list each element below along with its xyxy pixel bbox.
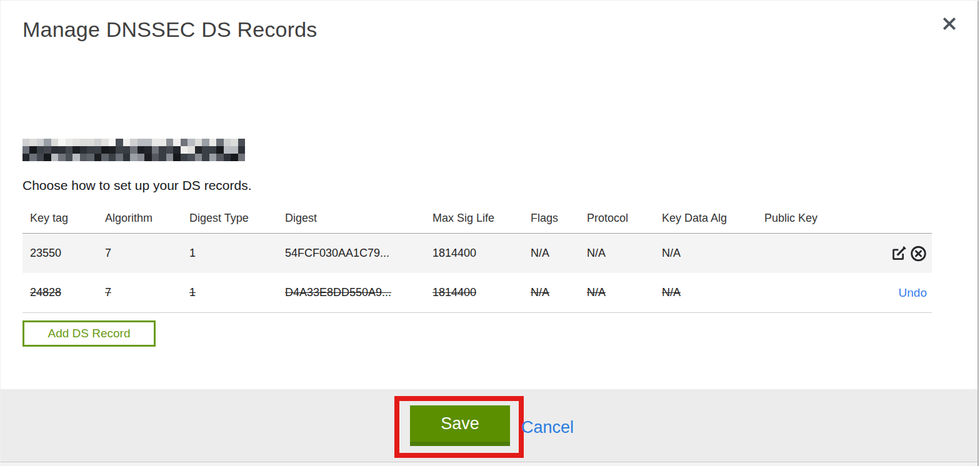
redaction-pixel [116,139,122,146]
window-right-border [978,1,979,466]
redaction-pixel [188,154,194,161]
redaction-pixel [44,139,51,146]
redaction-pixel [109,146,116,154]
redaction-pixel [195,139,202,146]
close-button[interactable] [939,13,960,34]
header-algorithm: Algorithm [98,212,182,225]
redaction-pixel [173,154,180,161]
header-public-key: Public Key [757,212,859,225]
redaction-pixel [58,146,65,154]
redaction-pixel [101,139,108,146]
delete-record-button[interactable] [910,245,927,262]
redaction-pixel [173,146,180,154]
redaction-pixel [224,139,231,146]
redaction-pixel [51,139,58,146]
redaction-pixel [87,139,94,146]
redaction-pixel [66,154,72,161]
cell-max-sig-life: 1814400 [425,247,523,260]
redaction-pixel [51,154,58,161]
cell-flags: N/A [523,247,579,260]
redaction-pixel [51,146,58,154]
redaction-pixel [231,146,238,154]
redaction-pixel [166,139,173,146]
cancel-link[interactable]: Cancel [521,418,574,437]
cell-key-tag: 24828 [22,286,98,299]
redaction-pixel [101,146,108,154]
redaction-pixel [159,146,166,154]
redaction-pixel [159,154,166,161]
undo-link[interactable]: Undo [899,286,927,300]
redaction-pixel [173,139,180,146]
redaction-pixel [202,146,209,154]
redaction-pixel [29,139,36,146]
redaction-pixel [109,154,116,161]
redaction-pixel [216,146,223,154]
redaction-pixel [238,146,245,154]
redaction-pixel [166,154,173,161]
redaction-pixel [216,154,223,161]
redaction-pixel [224,146,231,154]
edit-icon [891,245,908,262]
redaction-pixel [44,146,51,154]
cell-protocol: N/A [579,247,654,260]
redaction-pixel [130,139,137,146]
close-icon [941,16,958,32]
redaction-pixel [109,139,116,146]
redaction-pixel [22,139,29,146]
cell-max-sig-life: 1814400 [425,286,523,299]
cell-digest: 54FCF030AA1C79... [278,247,425,260]
redaction-pixel [188,139,194,146]
redaction-pixel [138,154,144,161]
redaction-pixel [130,154,137,161]
cell-digest-type: 1 [182,247,278,260]
redaction-pixel [116,154,122,161]
redaction-pixel [181,139,188,146]
header-digest-type: Digest Type [182,212,278,225]
redaction-pixel [181,154,188,161]
redaction-pixel [94,154,101,161]
cell-algorithm: 7 [98,286,182,299]
page-title: Manage DNSSEC DS Records [22,17,318,42]
redaction-pixel [80,146,87,154]
redaction-pixel [152,146,159,154]
add-ds-record-button[interactable]: Add DS Record [22,320,156,347]
cell-key-data-alg: N/A [654,286,757,299]
redaction-pixel [123,139,130,146]
redaction-pixel [138,146,144,154]
redaction-pixel [66,146,72,154]
dnssec-modal: Manage DNSSEC DS Records Choose how to s… [0,0,980,466]
redaction-pixel [238,154,245,161]
table-row: 23550 7 1 54FCF030AA1C79... 1814400 N/A … [22,234,932,273]
redaction-pixel [188,146,194,154]
header-digest: Digest [278,212,425,225]
redaction-pixel [22,154,29,161]
redaction-pixel [202,139,209,146]
redaction-pixel [37,139,44,146]
redaction-pixel [152,139,159,146]
redaction-pixel [202,154,209,161]
header-protocol: Protocol [579,212,654,225]
redaction-pixel [209,154,216,161]
redaction-pixel [44,154,51,161]
redaction-pixel [87,146,94,154]
save-button[interactable]: Save [410,405,510,446]
edit-record-button[interactable] [891,245,908,262]
subtitle-text: Choose how to set up your DS records. [22,178,252,193]
redaction-pixel [195,154,202,161]
delete-icon [910,245,927,262]
redaction-pixel [123,146,130,154]
redaction-pixel [72,154,79,161]
redaction-pixel [209,146,216,154]
redaction-pixel [80,154,87,161]
header-key-data-alg: Key Data Alg [654,212,757,225]
redaction-pixel [94,139,101,146]
redaction-pixel [195,146,202,154]
cell-digest-type: 1 [182,286,278,299]
redacted-domain-name [22,139,245,161]
cell-key-data-alg: N/A [654,247,757,260]
row-actions [859,245,932,262]
redaction-pixel [166,146,173,154]
redaction-pixel [80,139,87,146]
redaction-pixel [72,139,79,146]
redaction-pixel [224,154,231,161]
